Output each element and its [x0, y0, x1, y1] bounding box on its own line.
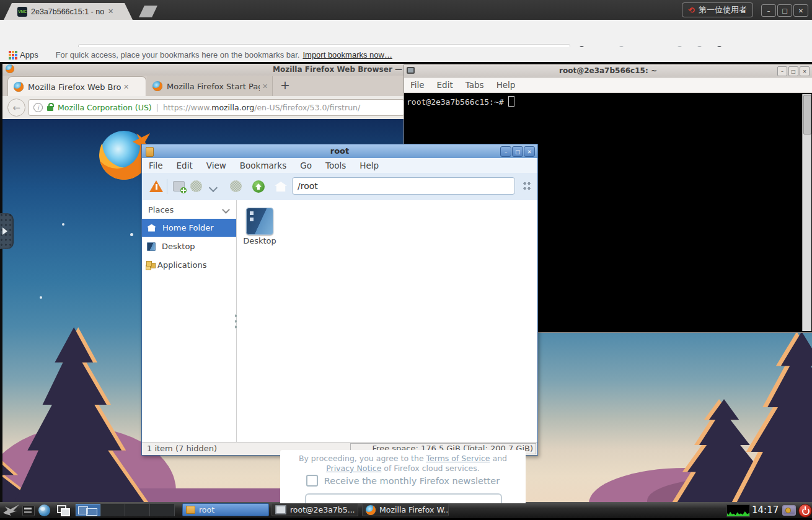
- iconify-windows-icon[interactable]: [57, 505, 69, 515]
- home-icon[interactable]: [275, 182, 287, 192]
- vnc-desktop: Mozilla Firefox Web Browser — Mozilla Fi…: [0, 62, 812, 520]
- menu-file[interactable]: File: [142, 161, 170, 170]
- fm-title: root: [142, 146, 537, 156]
- fm-maximize-button[interactable]: □: [512, 146, 523, 157]
- tab-close-icon[interactable]: ✕: [262, 82, 268, 90]
- menu-go[interactable]: Go: [293, 161, 319, 170]
- terminal-title: root@2e3a7b566c15: ~: [404, 66, 812, 75]
- power-icon[interactable]: [798, 504, 812, 518]
- menu-bookmarks[interactable]: Bookmarks: [233, 161, 293, 170]
- menu-tools[interactable]: Tools: [319, 161, 353, 170]
- import-bookmarks-link[interactable]: Import bookmarks now…: [302, 50, 392, 59]
- browser-launcher-icon[interactable]: [38, 505, 50, 516]
- lock-icon: [47, 106, 53, 111]
- places-header[interactable]: Places: [142, 203, 236, 218]
- back-icon[interactable]: [190, 180, 202, 192]
- fm-sidebar: Places Home Folder Desktop Applications: [142, 200, 237, 442]
- history-dropdown-icon[interactable]: [209, 183, 218, 192]
- privacy-link[interactable]: Privacy Notice: [326, 464, 381, 473]
- menu-tabs[interactable]: Tabs: [459, 80, 490, 90]
- window-maximize-button[interactable]: □: [777, 4, 792, 17]
- workspace-pager: [76, 504, 175, 516]
- fm-minimize-button[interactable]: –: [500, 146, 511, 157]
- tab-close-icon[interactable]: ✕: [108, 7, 113, 15]
- up-directory-icon[interactable]: [252, 180, 265, 193]
- task-label: root@2e3a7b5...: [290, 505, 355, 514]
- agreement-text: By proceeding, you agree to the Terms of…: [298, 454, 508, 474]
- workspace-2[interactable]: [100, 504, 125, 516]
- tab-close-icon[interactable]: ✕: [123, 83, 129, 91]
- workspace-3[interactable]: [125, 504, 150, 516]
- sidebar-item-desktop[interactable]: Desktop: [142, 237, 236, 255]
- signup-card: By proceeding, you agree to the Terms of…: [280, 450, 526, 503]
- star-dot: [62, 223, 64, 226]
- terminal-minimize-button[interactable]: –: [777, 66, 787, 76]
- scrollbar-thumb[interactable]: [803, 95, 811, 134]
- file-desktop-icon[interactable]: [246, 208, 273, 235]
- task-label: Mozilla Firefox W...: [379, 505, 449, 514]
- novnc-control-handle[interactable]: [0, 213, 14, 249]
- terms-link[interactable]: Terms of Service: [426, 454, 490, 463]
- task-button-terminal[interactable]: root@2e3a7b5...: [271, 503, 358, 516]
- firefox-icon: [152, 81, 162, 91]
- file-desktop-label[interactable]: Desktop: [236, 236, 283, 245]
- window-close-button[interactable]: ✕: [793, 4, 808, 17]
- cpu-monitor: [726, 505, 750, 517]
- workspace-4[interactable]: [150, 504, 175, 516]
- firefox-new-tab-button[interactable]: +: [280, 78, 290, 92]
- terminal-titlebar[interactable]: root@2e3a7b566c15: ~ – □ ✕: [404, 65, 812, 77]
- window-minimize-button[interactable]: –: [761, 4, 776, 17]
- warning-icon[interactable]: [149, 180, 163, 192]
- newsletter-checkbox[interactable]: [306, 475, 318, 487]
- firefox-tab-label: Mozilla Firefox Start Pag: [167, 82, 260, 91]
- terminal-maximize-button[interactable]: □: [788, 66, 798, 76]
- clock: 14:17: [752, 505, 779, 516]
- menu-edit[interactable]: Edit: [431, 80, 459, 90]
- sidebar-item-applications[interactable]: Applications: [142, 256, 236, 274]
- sidebar-item-home-folder[interactable]: Home Folder: [142, 219, 236, 237]
- workspace-1[interactable]: [76, 504, 100, 516]
- firefox-tab-inactive[interactable]: Mozilla Firefox Start Pag ✕: [147, 76, 273, 96]
- firefox-icon: [14, 82, 24, 92]
- star-dot: [40, 296, 42, 299]
- lxde-menu-icon[interactable]: [3, 505, 19, 516]
- chrome-tab-title: 2e3a7b566c15:1 - no: [31, 7, 104, 16]
- firefox-info-icon[interactable]: i: [33, 103, 43, 112]
- sidebar-item-label: Desktop: [162, 242, 195, 251]
- path-field[interactable]: /root: [292, 177, 515, 195]
- new-tab-button[interactable]: [139, 6, 157, 17]
- terminal-scrollbar[interactable]: [802, 94, 811, 331]
- lock-screen-icon[interactable]: [782, 505, 796, 516]
- file-manager-launcher-icon[interactable]: [22, 505, 35, 516]
- menu-view[interactable]: View: [200, 161, 233, 170]
- fm-toolbar: /root: [142, 173, 537, 201]
- menu-edit[interactable]: Edit: [170, 161, 200, 170]
- firefox-tab-label: Mozilla Firefox Web Bro: [28, 82, 121, 92]
- connect-server-icon[interactable]: [523, 181, 531, 191]
- chevron-down-icon: [222, 206, 230, 214]
- firefox-urlbar[interactable]: i Mozilla Corporation (US) | https://www…: [29, 99, 404, 116]
- fm-titlebar[interactable]: root – □ ✕: [142, 144, 537, 158]
- fm-body: Places Home Folder Desktop Applications: [142, 200, 537, 442]
- sidebar-splitter[interactable]: [234, 313, 237, 329]
- firefox-tab-active[interactable]: Mozilla Firefox Web Bro ✕: [7, 76, 146, 97]
- terminal-close-button[interactable]: ✕: [800, 66, 810, 76]
- site-identity[interactable]: Mozilla Corporation (US): [58, 103, 152, 112]
- menu-help[interactable]: Help: [353, 161, 386, 170]
- toolbar-separator: [167, 179, 167, 194]
- taskbar: root root@2e3a7b5... Mozilla Firefox W..…: [0, 502, 812, 520]
- menu-help[interactable]: Help: [490, 80, 522, 90]
- firefox-back-button[interactable]: ←: [7, 99, 25, 117]
- task-button-root[interactable]: root: [182, 503, 269, 516]
- fm-close-button[interactable]: ✕: [524, 146, 535, 157]
- chrome-tab[interactable]: VNC 2e3a7b566c15:1 - no ✕: [4, 3, 133, 20]
- menu-file[interactable]: File: [404, 80, 431, 90]
- apps-grid-icon[interactable]: [9, 51, 11, 53]
- task-button-firefox[interactable]: Mozilla Firefox W...: [362, 503, 449, 516]
- forward-icon[interactable]: [230, 180, 242, 192]
- email-field[interactable]: [305, 493, 502, 503]
- apps-label[interactable]: Apps: [20, 50, 38, 59]
- profile-chip[interactable]: ⟲ 第一位使用者: [682, 2, 753, 17]
- bookmarks-hint: For quick access, place your bookmarks h…: [56, 50, 300, 59]
- new-tab-icon[interactable]: [173, 181, 185, 192]
